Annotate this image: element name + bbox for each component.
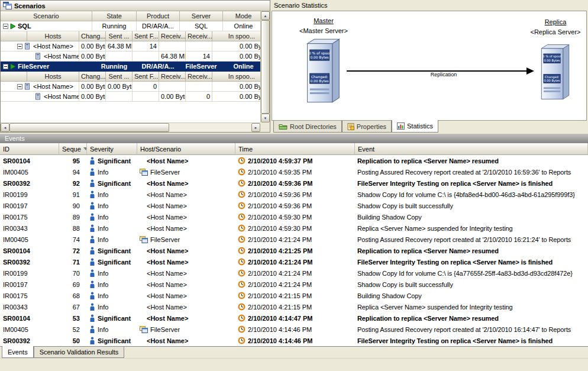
host-label: <Host Name> [147, 157, 188, 164]
scroll-up-button[interactable]: ▲ [261, 11, 270, 20]
subheader-cell-5[interactable]: Receiv... [186, 72, 212, 82]
subheader-cell-1[interactable]: Chang... [79, 31, 106, 41]
scroll-down-button[interactable]: ▼ [261, 114, 270, 122]
column-header-severity[interactable]: Severity [87, 143, 137, 155]
event-text-cell: Building Shadow Copy [355, 292, 588, 299]
event-row[interactable]: IR0019790Info<Host Name>2/10/2010 4:59:3… [0, 200, 588, 211]
host-label: <Host Name> [147, 304, 187, 311]
event-time-cell: 2/10/2010 4:21:24 PM [235, 235, 355, 243]
event-host-cell: <Host Name> [137, 292, 235, 299]
subheader-cell-2[interactable]: Sent ... [106, 72, 133, 82]
tab-properties[interactable]: Properties [342, 121, 392, 133]
column-header-product[interactable]: Product [137, 11, 180, 21]
subheader-cell-4[interactable]: Receiv... [159, 31, 186, 41]
host-row[interactable]: <Host Name>0.00 Bytes0.00 Bytes00.00 Byt… [1, 92, 260, 102]
event-row[interactable]: IM0040552InfoFileServer2/10/2010 4:14:46… [0, 324, 588, 335]
svg-text:Changed:: Changed: [311, 75, 328, 79]
column-header-id[interactable]: ID [0, 143, 59, 155]
event-id-cell: IR00343 [0, 225, 59, 232]
bottom-tab-scenario-validation-results[interactable]: Scenario Validation Results [34, 347, 125, 358]
status-bar [0, 358, 588, 371]
event-row[interactable]: SR0010495Significant<Host Name>2/10/2010… [0, 155, 588, 166]
clock-icon [238, 258, 245, 266]
clock-icon [238, 314, 245, 322]
column-header-server[interactable]: Server [180, 11, 223, 21]
host-value-cell: 0 [133, 82, 159, 92]
subheader-cell-6[interactable]: In spoo... [212, 31, 260, 41]
column-header-scenario[interactable]: Scenario [1, 11, 92, 21]
event-sequence-cell: 52 [59, 326, 87, 333]
severity-icon [89, 258, 95, 266]
severity-icon [89, 325, 95, 333]
scenarios-body: Scenario State Product Server Mode SQLRu… [1, 11, 270, 132]
clock-icon [238, 247, 245, 254]
host-label: <Host Name> [147, 202, 187, 209]
column-header-time[interactable]: Time [235, 143, 355, 155]
host-name-cell: <Host Name> [1, 92, 79, 102]
time-label: 2/10/2010 4:14:46 PM [248, 326, 312, 333]
horizontal-scroll-thumb[interactable] [9, 123, 169, 132]
severity-label: Info [98, 225, 108, 232]
event-row[interactable]: IM0040594InfoFileServer2/10/2010 4:59:35… [0, 166, 588, 178]
scroll-left-button[interactable]: ◄ [1, 123, 9, 132]
event-row[interactable]: IR0034367Info<Host Name>2/10/2010 4:21:1… [0, 301, 588, 312]
event-row[interactable]: IR0017568Info<Host Name>2/10/2010 4:21:1… [0, 290, 588, 301]
event-row[interactable]: IR0019991Info<Host Name>2/10/2010 4:59:3… [0, 189, 588, 200]
event-host-cell: <Host Name> [137, 281, 235, 288]
subheader-cell-1[interactable]: Chang... [79, 72, 106, 82]
subheader-cell-3[interactable]: Sent F... [133, 31, 159, 41]
severity-icon [89, 280, 95, 288]
subheader-cell-4[interactable]: Receiv... [159, 72, 186, 82]
subheader-cell-0[interactable]: Hosts [27, 72, 79, 82]
column-header-mode[interactable]: Mode [223, 11, 260, 21]
vertical-scroll-thumb[interactable] [261, 20, 270, 114]
event-row[interactable]: SR0039271Significant<Host Name>2/10/2010… [0, 256, 588, 267]
subheader-cell-3[interactable]: Sent F... [133, 72, 159, 82]
column-header-host-scenario[interactable]: Host/Scenario [137, 143, 235, 155]
severity-icon [89, 224, 95, 232]
scenarios-horizontal-scrollbar[interactable]: ◄ ► [1, 122, 260, 132]
subheader-cell-6[interactable]: In spoo... [212, 72, 260, 82]
event-time-cell: 2/10/2010 4:59:36 PM [235, 191, 355, 198]
event-text-cell: Posting Assured Recovery report created … [355, 326, 588, 333]
subheader-cell-2[interactable]: Sent ... [106, 31, 133, 41]
host-row[interactable]: <Host Name>0.00 Bytes64.38 MB140.00 Byte… [1, 41, 260, 51]
event-row[interactable]: IR0019970Info<Host Name>2/10/2010 4:21:2… [0, 267, 588, 279]
scenario-group-row[interactable]: FileServerRunningDR/AR/A...FileServerOnl… [1, 62, 260, 72]
event-row[interactable]: IR0019769Info<Host Name>2/10/2010 4:21:2… [0, 279, 588, 290]
tab-statistics[interactable]: Statistics [392, 120, 438, 133]
column-header-state[interactable]: State [92, 11, 137, 21]
host-row[interactable]: <Host Name>0.00 Bytes0.00 Bytes00.00 Byt… [1, 82, 260, 92]
event-row[interactable]: SR0039250Significant<Host Name>2/10/2010… [0, 335, 588, 346]
event-host-cell: FileServer [137, 326, 235, 333]
host-label: <Host Name> [147, 214, 187, 221]
event-text-cell: FileServer Integrity Testing on replica … [355, 337, 588, 344]
event-row[interactable]: SR0010472Significant<Host Name>2/10/2010… [0, 245, 588, 256]
event-row[interactable]: IM0040574InfoFileServer2/10/2010 4:21:24… [0, 234, 588, 245]
replica-link[interactable]: Replica [517, 18, 588, 25]
event-row[interactable]: SR0039292Significant<Host Name>2/10/2010… [0, 178, 588, 189]
host-row[interactable]: <Host Name>0.00 Bytes64.38 MB140.00 Byte… [1, 51, 260, 62]
subheader-cell-5[interactable]: Receiv... [186, 31, 212, 41]
host-value-cell [106, 92, 133, 102]
column-header-sequence[interactable]: Seque [59, 143, 87, 155]
bottom-tab-events[interactable]: Events [2, 346, 34, 358]
subheader-cell-0[interactable]: Hosts [27, 31, 79, 41]
replica-server-icon: 0 % of spool0.00 BytesChanged:0.00 Bytes [537, 42, 574, 104]
subheader-indent-cell [1, 31, 27, 41]
scenario-group-row[interactable]: SQLRunningDR/AR/A...SQLOnline [1, 21, 260, 31]
severity-label: Info [98, 281, 108, 288]
event-row[interactable]: SR0010453Significant<Host Name>2/10/2010… [0, 312, 588, 324]
horizontal-scroll-track[interactable] [169, 123, 251, 132]
event-severity-cell: Info [87, 325, 137, 333]
tab-root-directories[interactable]: Root Directories [273, 121, 342, 133]
scenarios-vertical-scrollbar[interactable]: ▲ ▼ [260, 11, 270, 122]
event-host-cell: <Host Name> [137, 225, 235, 232]
scenario-product-cell: DR/AR/A... [137, 62, 180, 72]
event-text-cell: Shadow Copy is built successfully [355, 202, 588, 209]
master-link[interactable]: Master [285, 17, 362, 24]
column-header-event[interactable]: Event [355, 143, 588, 155]
event-row[interactable]: IR0034388Info<Host Name>2/10/2010 4:59:3… [0, 222, 588, 234]
scroll-right-button[interactable]: ► [251, 123, 260, 132]
event-row[interactable]: IR0017589Info<Host Name>2/10/2010 4:59:3… [0, 211, 588, 222]
